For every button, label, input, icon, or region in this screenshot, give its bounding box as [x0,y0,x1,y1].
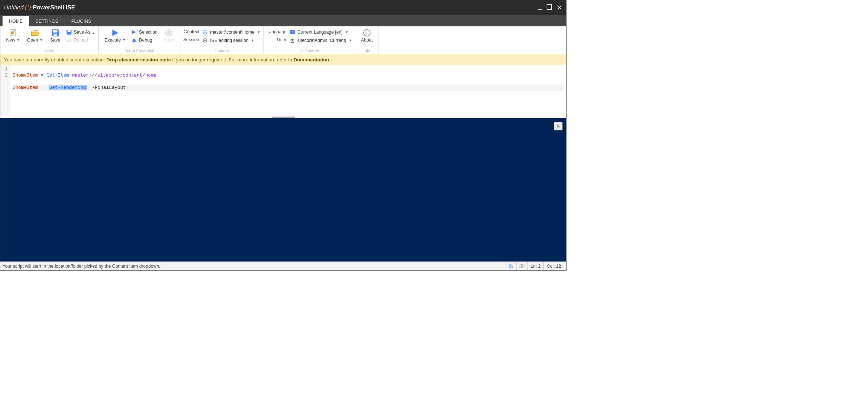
user-value: sitecore\Admin [Current] [298,38,346,43]
banner-text-2: if you no longer require it. For more in… [171,57,294,62]
play-selection-icon [131,29,137,35]
svg-point-22 [204,40,206,41]
svg-marker-12 [132,30,136,34]
debug-button[interactable]: Debug [130,36,159,44]
chevron-down-icon: ▼ [257,30,260,34]
language-dropdown[interactable]: A Current Language [en] ▼ [290,29,352,36]
banner-drop-link[interactable]: Drop elevated session state [106,57,171,62]
svg-line-16 [132,41,133,42]
status-icon-windows[interactable] [516,262,527,270]
save-as-button[interactable]: Save As... [65,29,95,36]
status-icon-globe[interactable] [505,262,516,270]
svg-text:✦: ✦ [12,32,14,34]
close-output-button[interactable]: ✕ [554,122,563,130]
close-icon: ✕ [556,124,560,129]
chevron-down-icon: ▼ [345,30,349,34]
session-dropdown[interactable]: ISE editing session ▼ [202,37,260,44]
chevron-down-icon: ▼ [349,39,352,42]
save-as-label: Save As... [74,30,94,35]
svg-rect-6 [53,30,57,33]
status-message: Your script will start in the location/f… [3,264,161,269]
title-appname: PowerShell ISE [33,4,75,11]
ribbon-group-context: Context Session master:\content\Home ▼ I… [180,26,264,54]
output-pane[interactable]: ✕ [0,118,566,261]
about-button[interactable]: About [358,27,376,43]
user-dropdown[interactable]: sitecore\Admin [Current] ▼ [290,37,352,44]
splitter-grip-icon [272,116,295,118]
save-label: Save [50,38,60,43]
code-line: $homeItem = Get-Item master://sitecore/c… [13,72,564,78]
ribbon: ✦ New▼ Open▼ Save [0,26,566,54]
svg-point-19 [167,31,171,35]
ribbon-tabstrip: HOME SETTINGS PLUGINS [0,15,566,26]
title-filename: Untitled [4,4,23,11]
stop-icon [165,28,173,38]
new-button[interactable]: ✦ New▼ [3,27,23,43]
statusbar: Your script will start in the location/f… [0,261,566,270]
language-label: Language [266,29,287,34]
session-value: ISE editing session [210,38,248,43]
open-label: Open [27,38,38,43]
group-label-info: Info [358,49,376,54]
chevron-down-icon: ▼ [17,38,20,42]
script-editor[interactable]: 1 2 $homeItem = Get-Item master://siteco… [0,65,566,115]
globe-icon [202,29,208,35]
context-value: master:\content\Home [210,30,255,35]
minimize-button[interactable]: _ [538,1,542,11]
reload-button[interactable]: Reload [65,36,95,44]
open-button[interactable]: Open▼ [24,27,46,43]
status-line: Ln: 2 [527,262,544,270]
banner-text-1: You have temporarily enabled script exec… [4,57,106,62]
ribbon-group-info: About Info [355,26,379,54]
chevron-down-icon: ▼ [40,38,43,42]
abort-button[interactable]: Abort [161,27,177,43]
execute-label: Execute [104,38,121,43]
context-dropdown[interactable]: master:\content\Home ▼ [202,29,260,36]
line-number: 2 [3,72,8,78]
user-icon [290,38,295,43]
svg-point-13 [133,39,136,42]
tab-settings[interactable]: SETTINGS [29,16,65,26]
reload-label: Reload [74,38,88,43]
selection-label: Selection [139,30,157,35]
svg-point-27 [366,31,367,32]
tab-plugins[interactable]: PLUGINS [65,16,98,26]
info-icon [363,28,371,38]
svg-rect-7 [54,34,57,36]
line-number: 1 [3,66,8,72]
title-modified-indicator: (*) [25,4,31,11]
group-label-uicontext: UI Context [266,49,352,54]
group-label-exec: Script Execution [102,49,177,54]
bug-icon [131,37,137,43]
tab-home[interactable]: HOME [3,16,29,26]
language-value: Current Language [en] [298,30,343,35]
ribbon-group-execution: Execute▼ Selection Debug [99,26,180,54]
save-as-icon [66,29,72,35]
maximize-button[interactable] [547,4,552,12]
close-button[interactable]: ✕ [556,3,563,12]
elevated-session-banner: You have temporarily enabled script exec… [0,54,566,65]
banner-doc-link[interactable]: Documentation. [294,57,330,62]
svg-rect-0 [547,5,552,9]
window-controls: _ ✕ [538,3,563,12]
save-button[interactable]: Save [47,27,63,43]
group-label-context: Context [183,49,260,54]
open-folder-icon [31,28,39,38]
ribbon-group-uicontext: Language User A Current Language [en] ▼ … [264,26,355,54]
svg-marker-11 [112,30,118,36]
code-area[interactable]: $homeItem = Get-Item master://sitecore/c… [10,65,566,115]
execute-button[interactable]: Execute▼ [102,27,128,43]
session-label: Session [183,37,199,42]
context-label: Context [184,29,199,34]
svg-rect-9 [68,30,70,32]
selection-button[interactable]: Selection [130,29,159,36]
svg-rect-28 [367,32,367,35]
selected-text: Get-Rendering [49,85,86,90]
about-label: About [361,38,373,43]
status-column: Col: 12 [543,262,564,270]
chevron-down-icon: ▼ [122,38,125,42]
debug-label: Debug [139,38,152,43]
line-gutter: 1 2 [0,65,10,115]
reload-icon [66,37,72,43]
editor-output-splitter[interactable] [0,115,566,118]
